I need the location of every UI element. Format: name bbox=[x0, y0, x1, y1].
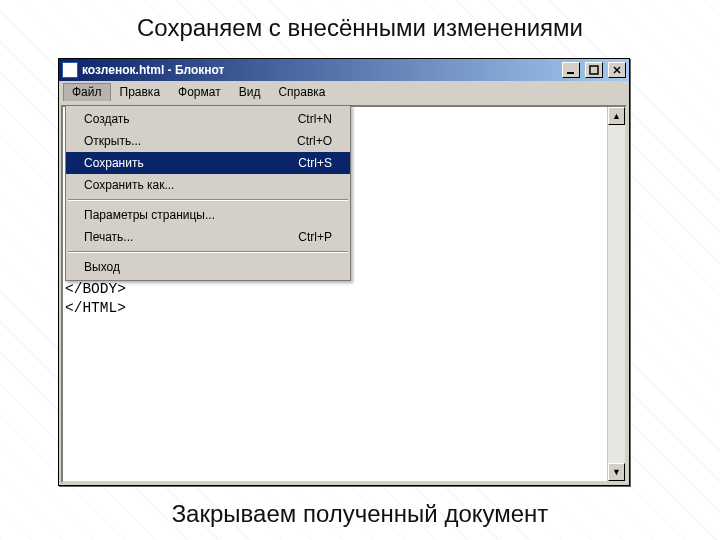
menu-item-open[interactable]: Открыть... Ctrl+O bbox=[66, 130, 350, 152]
menu-item-label: Печать... bbox=[84, 230, 133, 244]
notepad-window: козленок.html - Блокнот Файл Правка Форм… bbox=[58, 58, 630, 486]
menu-item-label: Открыть... bbox=[84, 134, 141, 148]
scroll-down-button[interactable]: ▼ bbox=[608, 463, 625, 481]
app-icon bbox=[62, 62, 78, 78]
menu-item-new[interactable]: Создать Ctrl+N bbox=[66, 108, 350, 130]
menu-separator bbox=[68, 199, 348, 201]
vertical-scrollbar[interactable]: ▲ ▼ bbox=[607, 107, 625, 481]
svg-rect-0 bbox=[567, 72, 574, 74]
titlebar[interactable]: козленок.html - Блокнот bbox=[59, 59, 629, 81]
svg-rect-1 bbox=[590, 66, 598, 74]
scroll-up-button[interactable]: ▲ bbox=[608, 107, 625, 125]
scrollbar-track[interactable] bbox=[608, 125, 625, 463]
menubar: Файл Правка Формат Вид Справка bbox=[59, 81, 629, 103]
menu-item-label: Сохранить bbox=[84, 156, 144, 170]
menu-separator bbox=[68, 251, 348, 253]
menu-item-save-as[interactable]: Сохранить как... bbox=[66, 174, 350, 196]
menu-edit[interactable]: Правка bbox=[111, 83, 170, 101]
menu-item-print[interactable]: Печать... Ctrl+P bbox=[66, 226, 350, 248]
window-title: козленок.html - Блокнот bbox=[82, 63, 557, 77]
menu-item-label: Сохранить как... bbox=[84, 178, 174, 192]
menu-item-shortcut: Ctrl+N bbox=[298, 112, 332, 126]
maximize-button[interactable] bbox=[585, 62, 603, 78]
menu-format[interactable]: Формат bbox=[169, 83, 230, 101]
menu-view[interactable]: Вид bbox=[230, 83, 270, 101]
menu-item-label: Создать bbox=[84, 112, 130, 126]
close-button[interactable] bbox=[608, 62, 626, 78]
page-heading-bottom: Закрываем полученный документ bbox=[0, 500, 720, 528]
menu-item-label: Параметры страницы... bbox=[84, 208, 215, 222]
menu-item-shortcut: Ctrl+P bbox=[298, 230, 332, 244]
menu-item-exit[interactable]: Выход bbox=[66, 256, 350, 278]
menu-help[interactable]: Справка bbox=[269, 83, 334, 101]
menu-item-save[interactable]: Сохранить Ctrl+S bbox=[66, 152, 350, 174]
menu-file[interactable]: Файл bbox=[63, 83, 111, 101]
file-menu-dropdown: Создать Ctrl+N Открыть... Ctrl+O Сохрани… bbox=[65, 105, 351, 281]
page-heading-top: Сохраняем с внесёнными изменениями bbox=[0, 14, 720, 42]
menu-item-page-setup[interactable]: Параметры страницы... bbox=[66, 204, 350, 226]
minimize-button[interactable] bbox=[562, 62, 580, 78]
menu-item-shortcut: Ctrl+O bbox=[297, 134, 332, 148]
chevron-down-icon: ▼ bbox=[612, 468, 621, 477]
menu-item-label: Выход bbox=[84, 260, 120, 274]
chevron-up-icon: ▲ bbox=[612, 112, 621, 121]
menu-item-shortcut: Ctrl+S bbox=[298, 156, 332, 170]
